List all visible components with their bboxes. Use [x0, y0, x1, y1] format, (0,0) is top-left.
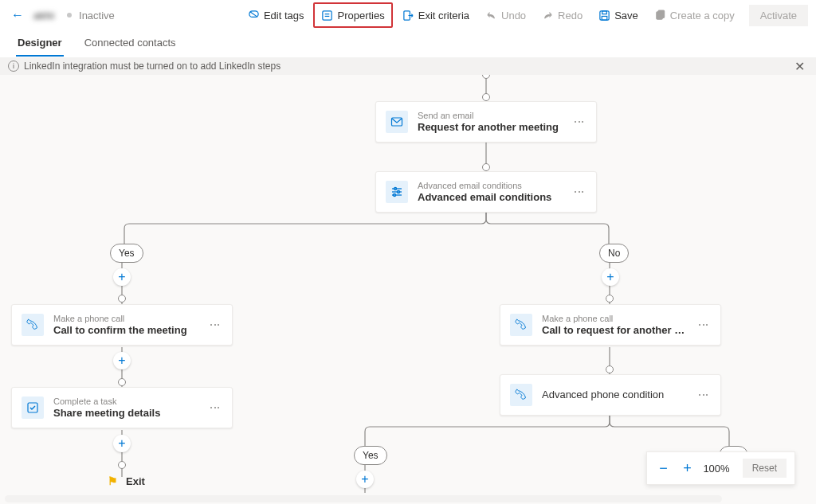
node-more-button[interactable]: ⋮	[696, 386, 711, 404]
phone-icon	[22, 314, 44, 336]
status-dot-icon	[67, 13, 72, 18]
flag-icon: ⚑	[108, 475, 118, 487]
exit-criteria-label: Exit criteria	[418, 10, 469, 21]
email-icon	[386, 111, 408, 133]
zoom-reset-button[interactable]: Reset	[743, 459, 787, 478]
tab-connected-contacts[interactable]: Connected contacts	[83, 37, 178, 57]
create-copy-label: Create a copy	[670, 10, 735, 21]
tab-bar: Designer Connected contacts	[0, 30, 816, 57]
save-button[interactable]: Save	[592, 4, 645, 26]
svg-line-0	[250, 11, 257, 17]
flow-connector-dot	[482, 163, 490, 171]
node-kind-label: Send an email	[418, 110, 563, 121]
svg-rect-25	[28, 403, 37, 412]
svg-rect-9	[658, 10, 665, 17]
node-title-label: Share meeting details	[53, 407, 198, 420]
flow-connector-dot	[118, 295, 126, 303]
flow-canvas[interactable]: Send an email Request for another meetin…	[0, 75, 816, 504]
node-more-button[interactable]: ⋮	[572, 113, 586, 131]
tag-icon	[248, 10, 260, 21]
add-step-button[interactable]: +	[602, 268, 619, 286]
properties-icon	[321, 10, 333, 21]
zoom-control: − + 100% Reset	[646, 451, 795, 485]
zoom-in-button[interactable]: +	[679, 463, 695, 474]
status-label: Inactive	[79, 10, 115, 21]
node-title-label: Call to confirm the meeting	[53, 324, 198, 337]
svg-rect-5	[600, 10, 609, 19]
node-title-label: Advanced email conditions	[418, 191, 563, 204]
properties-label: Properties	[337, 10, 384, 21]
record-name: akhi	[30, 10, 57, 21]
node-more-button[interactable]: ⋮	[696, 316, 711, 334]
zoom-level: 100%	[703, 463, 729, 475]
info-bar: i LinkedIn integration must be turned on…	[0, 57, 816, 75]
flow-connector-dot	[482, 75, 490, 79]
flow-node-email-conditions[interactable]: Advanced email conditions Advanced email…	[375, 171, 597, 213]
redo-button[interactable]: Redo	[536, 4, 589, 26]
node-more-button[interactable]: ⋮	[572, 183, 586, 201]
flow-connector-dot	[118, 378, 126, 386]
zoom-out-button[interactable]: −	[655, 463, 671, 474]
node-more-button[interactable]: ⋮	[208, 399, 222, 416]
properties-button[interactable]: Properties	[315, 4, 390, 26]
exit-criteria-icon	[402, 10, 414, 21]
flow-node-send-email[interactable]: Send an email Request for another meetin…	[375, 101, 597, 143]
flow-connector-dot	[482, 93, 490, 101]
horizontal-scrollbar[interactable]	[5, 495, 722, 502]
branch-yes-pill[interactable]: Yes	[354, 446, 387, 465]
redo-label: Redo	[558, 10, 583, 21]
edit-tags-label: Edit tags	[264, 10, 304, 21]
save-label: Save	[614, 10, 638, 21]
edit-tags-button[interactable]: Edit tags	[241, 4, 311, 26]
node-title-label: Request for another meeting	[418, 121, 563, 134]
phone-icon	[510, 384, 532, 406]
add-step-button[interactable]: +	[113, 435, 131, 452]
undo-label: Undo	[501, 10, 526, 21]
flow-node-share-task[interactable]: Complete a task Share meeting details ⋮	[11, 387, 233, 428]
flow-connector-dot	[606, 295, 614, 303]
info-message: LinkedIn integration must be turned on t…	[24, 61, 280, 72]
phone-icon	[510, 314, 532, 336]
task-icon	[22, 397, 44, 419]
sliders-icon	[386, 181, 408, 203]
node-kind-label: Make a phone call	[542, 313, 687, 324]
properties-highlight: Properties	[313, 2, 392, 28]
info-icon: i	[8, 61, 19, 72]
flow-exit-node[interactable]: ⚑ Exit	[108, 475, 145, 487]
info-close-button[interactable]: ✕	[791, 59, 808, 74]
flow-node-phone-condition[interactable]: Advanced phone condition ⋮	[500, 374, 721, 416]
node-title-label: Advanced phone condition	[542, 389, 687, 401]
add-step-button[interactable]: +	[356, 471, 374, 488]
svg-rect-7	[602, 16, 607, 20]
create-copy-button[interactable]: Create a copy	[648, 4, 741, 26]
activate-button[interactable]: Activate	[749, 5, 808, 26]
add-step-button[interactable]: +	[113, 352, 131, 369]
flow-node-call-request[interactable]: Make a phone call Call to request for an…	[500, 304, 721, 346]
node-kind-label: Make a phone call	[53, 313, 198, 324]
command-bar: ← akhi Inactive Edit tags Properties Exi…	[0, 0, 816, 30]
node-more-button[interactable]: ⋮	[208, 316, 222, 334]
redo-icon	[542, 10, 554, 21]
flow-connector-dot	[606, 365, 614, 373]
svg-rect-1	[323, 10, 332, 19]
add-step-button[interactable]: +	[113, 268, 131, 286]
node-kind-label: Complete a task	[53, 396, 198, 407]
copy-icon	[654, 10, 666, 21]
tab-designer[interactable]: Designer	[16, 37, 64, 57]
branch-yes-pill[interactable]: Yes	[110, 244, 143, 263]
save-icon	[598, 10, 610, 21]
flow-node-call-confirm[interactable]: Make a phone call Call to confirm the me…	[11, 304, 233, 346]
node-title-label: Call to request for another meeting	[542, 324, 687, 337]
undo-icon	[485, 10, 497, 21]
branch-no-pill[interactable]: No	[599, 244, 629, 263]
undo-button[interactable]: Undo	[479, 4, 532, 26]
flow-connector-dot	[118, 461, 126, 469]
exit-criteria-button[interactable]: Exit criteria	[396, 4, 476, 26]
back-arrow-icon[interactable]: ←	[8, 8, 27, 22]
node-kind-label: Advanced email conditions	[418, 180, 563, 191]
exit-label: Exit	[126, 475, 145, 487]
svg-rect-6	[602, 10, 607, 14]
